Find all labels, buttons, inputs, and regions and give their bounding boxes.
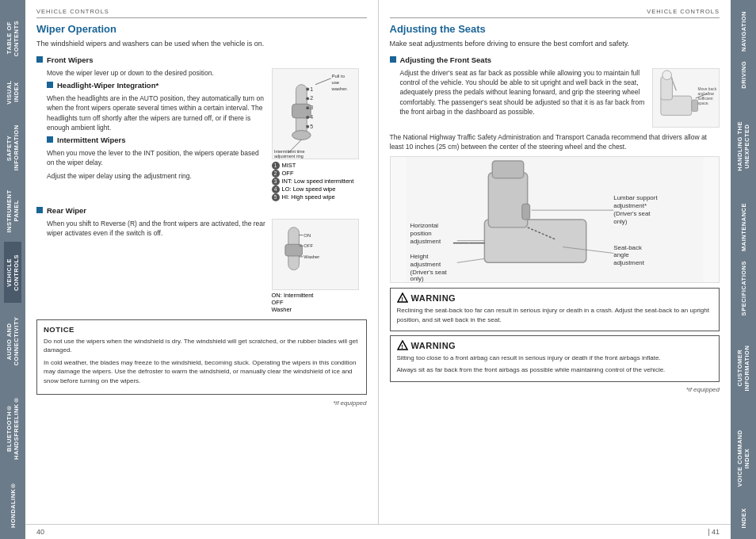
right-sidebar: NAVIGATION DRIVING HANDLING THE UNEXPECT… (731, 0, 756, 539)
svg-text:Horizontal: Horizontal (410, 222, 438, 229)
svg-text:washer.: washer. (330, 86, 348, 90)
sidebar-tab-specifications[interactable]: SPECIFICATIONS (739, 256, 749, 320)
wiper-diagram-top: 1 2 3 4 5 (272, 68, 367, 201)
svg-point-10 (306, 106, 309, 109)
rear-wiper-heading: Rear Wiper (36, 206, 367, 217)
sidebar-tab-navigation[interactable]: NAVIGATION (739, 6, 749, 56)
notice-line-2: In cold weather, the blades may freeze t… (44, 358, 360, 386)
intermittent-body1: When you move the lever to the INT posit… (47, 148, 267, 168)
seat-diagram: Horizontal position adjustment Height ad… (390, 156, 720, 283)
seat-side-image: Move back and allow sufficient space. (652, 68, 720, 128)
headlight-wiper-heading: Headlight-Wiper Integration* (47, 81, 267, 92)
svg-text:(Driver's seat: (Driver's seat (613, 210, 651, 217)
svg-text:4: 4 (310, 113, 313, 119)
sidebar-tab-hondalink[interactable]: HONDALINK® (8, 476, 18, 533)
sidebar-tab-bluetooth[interactable]: BLUETOOTH® HANDSFREELINK® (4, 380, 21, 476)
warning-2-text2: Always sit as far back from the front ai… (397, 365, 713, 375)
svg-point-11 (306, 116, 309, 119)
wiper-pos-5: 5 HI: High speed wipe (272, 193, 367, 201)
sidebar-tab-maintenance[interactable]: MAINTENANCE (739, 198, 749, 256)
rear-wiper-title: Rear Wiper (47, 206, 86, 215)
pos-4-num: 4 (272, 185, 280, 193)
sidebar-tab-safety[interactable]: SAFETY INFORMATION (4, 115, 21, 181)
svg-text:adjustment*: adjustment* (613, 202, 647, 209)
adjusting-seats-title: Adjusting the Seats (390, 23, 720, 35)
sidebar-tab-customer[interactable]: CUSTOMER INFORMATION (735, 321, 752, 415)
svg-rect-29 (661, 76, 673, 99)
warning-box-2: ! WARNING Sitting too close to a front a… (390, 335, 720, 381)
intermittent-heading: Intermittent Wipers (47, 136, 267, 147)
left-if-equipped: *if equipped (36, 399, 367, 407)
seat-diagram-svg: Horizontal position adjustment Height ad… (391, 157, 720, 282)
svg-text:only): only) (410, 275, 423, 282)
sidebar-tab-driving[interactable]: DRIVING (739, 56, 749, 94)
pos-3-label: INT: Low speed intermittent (282, 178, 354, 185)
page-footer: 40 | 41 (25, 524, 731, 539)
headlight-icon (47, 82, 53, 88)
svg-text:and allow: and allow (698, 92, 715, 96)
svg-text:adjustment ring: adjustment ring (273, 154, 303, 159)
svg-point-8 (306, 87, 309, 90)
sidebar-tab-handling[interactable]: HANDLING THE UNEXPECTED (735, 94, 752, 199)
svg-text:Height: Height (410, 254, 429, 261)
warning-box-1: ! WARNING Reclining the seat-back too fa… (390, 288, 720, 331)
right-equipped-text: *if equipped (390, 386, 720, 393)
sidebar-tab-voice[interactable]: VOICE COMMAND INDEX (735, 415, 752, 503)
pos-5-label: HI: High speed wipe (282, 193, 335, 201)
pos-2-num: 2 (272, 170, 280, 178)
page-left: VEHICLE CONTROLS Wiper Operation The win… (25, 0, 379, 524)
pages-container: VEHICLE CONTROLS Wiper Operation The win… (25, 0, 731, 524)
pos-1-label: MIST (282, 162, 296, 169)
svg-text:2: 2 (310, 95, 313, 101)
warning-1-title: WARNING (411, 293, 456, 303)
right-page-header: VEHICLE CONTROLS (390, 8, 720, 18)
sidebar-tab-visual-index[interactable]: VISUAL INDEX (4, 70, 21, 115)
svg-text:Move back: Move back (698, 87, 717, 91)
svg-text:only): only) (613, 218, 627, 225)
front-wipers-content: Move the wiper lever up or down to the d… (47, 68, 367, 201)
front-seats-content: Adjust the driver's seat as far back as … (400, 68, 720, 128)
front-wipers-icon (36, 56, 43, 63)
left-page-number: 40 (36, 528, 44, 536)
svg-text:adjustment: adjustment (410, 261, 441, 268)
wiper-pos-3: 3 INT: Low speed intermittent (272, 178, 367, 185)
sidebar-tab-vehicle[interactable]: VEHICLE CONTROLS (4, 242, 21, 303)
sidebar-tab-instrument[interactable]: INSTRUMENT PANEL (4, 181, 21, 242)
adjusting-seats-intro: Make seat adjustments before driving to … (390, 39, 720, 49)
intermittent-icon (47, 136, 53, 143)
svg-rect-32 (692, 100, 698, 112)
svg-point-30 (662, 71, 672, 80)
front-wipers-body: Move the wiper lever up or down to the d… (47, 68, 267, 78)
front-wipers-text-col: Move the wiper lever up or down to the d… (47, 68, 267, 185)
svg-text:!: ! (401, 344, 403, 350)
svg-text:angle: angle (613, 252, 629, 259)
front-seats-layout: Adjust the driver's seat as far back as … (400, 68, 720, 128)
main-content: VEHICLE CONTROLS Wiper Operation The win… (25, 0, 731, 539)
warning-2-text1: Sitting too close to a front airbag can … (397, 354, 713, 363)
right-if-equipped: *if equipped (390, 386, 720, 393)
wiper-pos-1: 1 MIST (272, 162, 367, 170)
warning-2-title: WARNING (411, 341, 456, 350)
warning-1-text: Reclining the seat-back too far can resu… (397, 306, 713, 324)
svg-text:5: 5 (310, 123, 313, 128)
rear-label-off: OFF (272, 299, 367, 306)
sidebar-tab-audio[interactable]: AUDIO AND CONNECTIVITY (4, 303, 21, 380)
headlight-title: Headlight-Wiper Integration* (57, 81, 158, 90)
warning-2-header: ! WARNING (397, 340, 713, 350)
pos-5-num: 5 (272, 193, 280, 201)
svg-point-2 (292, 130, 311, 140)
front-seats-body: Adjust the driver's seat as far back as … (400, 68, 648, 117)
svg-text:3: 3 (310, 105, 313, 110)
svg-text:adjustment: adjustment (613, 259, 644, 266)
front-wipers-title: Front Wipers (47, 55, 94, 64)
intermittent-title: Intermittent Wipers (57, 136, 125, 144)
page-right: VEHICLE CONTROLS Adjusting the Seats Mak… (379, 0, 731, 524)
rear-label-on: ON: Intermittent (272, 292, 367, 299)
wiper-pos-4: 4 LO: Low speed wipe (272, 185, 367, 193)
svg-text:adjustment: adjustment (410, 238, 441, 245)
sidebar-tab-index[interactable]: INDEX (739, 503, 749, 533)
rear-wiper-content: When you shift to Reverse (R) and the fr… (47, 219, 367, 313)
sidebar-tab-toc[interactable]: TABLE OF CONTENTS (4, 6, 21, 70)
rear-wiper-text: When you shift to Reverse (R) and the fr… (47, 219, 267, 242)
right-page-number: | 41 (708, 528, 720, 536)
